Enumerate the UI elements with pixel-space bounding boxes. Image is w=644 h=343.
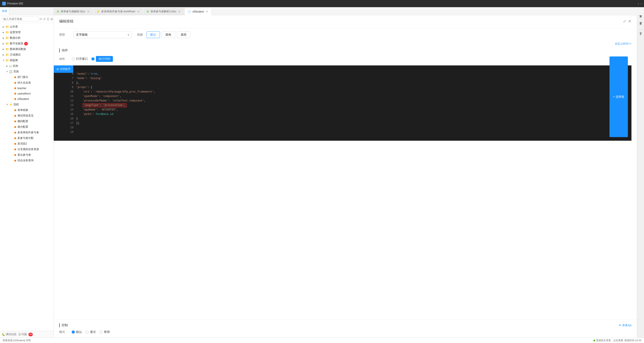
custom-style-link[interactable]: 自定义样式>> xyxy=(59,42,632,46)
expand-btn[interactable]: ⤢ xyxy=(623,19,626,24)
folder-icon: 📁 xyxy=(6,31,9,34)
open-window-label: 打开窗口 xyxy=(76,57,88,61)
tree-item-entity[interactable]: ▶ 🗂 实体 xyxy=(0,63,54,69)
tree-item-data-analysis[interactable]: ▶ 📁 数据分析 xyxy=(0,35,54,41)
workflow-icon: ⚡ xyxy=(9,103,12,106)
side-divider-2 xyxy=(638,30,643,30)
action-section: 动作 动作 打开窗口 执行代码 xyxy=(59,48,632,62)
resource-tab-label: 资源 xyxy=(2,9,7,13)
mode-show-label: 显示 xyxy=(90,330,96,334)
tree-item-workflow[interactable]: ▼ ⚡ 流程 xyxy=(0,102,54,107)
tree-item-form-verify[interactable]: ▶ 表单校验 xyxy=(0,107,54,113)
tree-item-digital-lab[interactable]: ▶ 📁 数字实验室 1 xyxy=(0,41,54,46)
mode-default-radio[interactable]: 默认 xyxy=(72,330,82,334)
tree-item-send-msg[interactable]: ▶ 发消息2 xyxy=(0,141,54,146)
tree-item-page[interactable]: ▼ 📋 页面 xyxy=(0,69,54,74)
tab-3-close[interactable]: ✕ xyxy=(178,10,181,14)
mode-default-circle xyxy=(72,330,75,334)
app-title: Primeton-IDE xyxy=(7,2,23,5)
style-rounded-btn[interactable]: 圆角 xyxy=(162,31,175,38)
panel-title-text: 编辑按钮 xyxy=(59,19,74,24)
sidebar-tabs: 资源 xyxy=(0,7,54,15)
mode-disable-radio[interactable]: 禁用 xyxy=(100,330,110,334)
tree-label: 流程 xyxy=(14,102,19,106)
tree-label: 图表测试数据 xyxy=(10,47,26,51)
issues-btn[interactable]: ☰ 问题 64 xyxy=(18,332,33,336)
sidebar-search-bar: ⟳ ↺ ☰ ⊞ xyxy=(0,15,54,23)
tree-item-teacher[interactable]: ▶ teacher xyxy=(0,86,54,91)
control-title-text: 控制 xyxy=(62,323,68,327)
code-assist-toolbar: ⚙ 代码助手 xyxy=(54,66,73,73)
tree-label: 数据分析 xyxy=(10,36,20,40)
search-input[interactable] xyxy=(2,16,38,22)
tree-item-composite[interactable]: ▶ 复合参与者 xyxy=(0,152,54,158)
select-value-btn[interactable]: + 选择值 xyxy=(610,56,628,137)
view-api-label: 查看Api xyxy=(622,324,632,327)
tab-1-icon: ⚙ xyxy=(57,10,59,13)
type-select[interactable]: 文字按钮 ▾ xyxy=(74,31,132,38)
page-icon: 📋 xyxy=(9,70,12,73)
tree-item-userwlform[interactable]: ▶ userwlform xyxy=(0,91,54,96)
style-default-btn[interactable]: 默认 xyxy=(146,31,160,38)
tab-2-close[interactable]: ✕ xyxy=(137,10,140,14)
open-window-radio-circle xyxy=(72,57,75,60)
tree-label: 数字实验室 xyxy=(10,42,23,46)
tree-item-rollback[interactable]: ▶ 撤回配置 xyxy=(0,118,54,124)
panel-title-row: 编辑按钮 ⤢ ✕ xyxy=(59,19,632,24)
status-bar: 查看资源 [xfStudent] 详情 资源发生变更，点击查看. 检查时间:16… xyxy=(0,338,644,343)
tree-item-dept-display[interactable]: ▶ 部门展示 xyxy=(0,74,54,80)
status-left-text: 查看资源 [xfStudent] 详情 xyxy=(3,339,594,342)
status-right[interactable]: 资源发生变更，点击查看. 检查时间:16:34 xyxy=(594,339,641,342)
tree-item-multi-assign[interactable]: ▶ 多参与者分配 xyxy=(0,135,54,141)
naming-group[interactable]: 命名§ xyxy=(639,32,642,38)
solution-service-group[interactable]: 方案服务 xyxy=(639,24,642,28)
tree-item-shanyanjun[interactable]: ▶ 📁 山羊君 xyxy=(0,24,54,30)
sidebar-tab-resource[interactable]: 资源 xyxy=(0,7,9,15)
view-api-link[interactable]: 👁 查看Api xyxy=(619,324,632,327)
nav-prev-btn[interactable]: ‹ xyxy=(638,2,639,6)
tree-item-chifanzhou[interactable]: ▼ 📁 稻饭粥 xyxy=(0,58,54,63)
debug-info-btn[interactable]: 🐛 调试信息 xyxy=(2,332,16,336)
tree-item-multi-form[interactable]: ▶ 多表单组件参与者 xyxy=(0,130,54,135)
refresh-icon[interactable]: ⟳ xyxy=(40,17,42,21)
tree-item-xfstudent[interactable]: ▶ xfStudent xyxy=(0,96,54,102)
tree-item-test-review[interactable]: ▶ 测试审批意见 xyxy=(0,113,54,118)
nav-next-btn[interactable]: › xyxy=(641,2,642,6)
page-dot-icon xyxy=(14,120,16,122)
app-icon xyxy=(2,2,6,6)
type-select-value: 文字按钮 xyxy=(76,33,88,37)
open-window-radio[interactable]: 打开窗口 xyxy=(72,57,88,61)
tab-1-close[interactable]: ✕ xyxy=(86,10,90,14)
code-editor[interactable]: 6'modal': true, 7'mode': 'dialog' 8}, 9'… xyxy=(54,66,632,141)
folder-icon: 📁 xyxy=(6,48,9,51)
reload-icon[interactable]: ↺ xyxy=(43,17,46,21)
tab-4[interactable]: 📄 xfStudent ✕ xyxy=(184,8,212,15)
mode-show-radio[interactable]: 显示 xyxy=(86,330,96,334)
control-title-row: 控制 👁 查看Api xyxy=(59,323,632,327)
tab-4-close[interactable]: ✕ xyxy=(205,10,209,14)
tree-label: 多参与者分配 xyxy=(18,136,34,140)
tree-item-wangce[interactable]: ▶ 📁 王域测试 xyxy=(0,52,54,58)
solution-service-label: 方案服务 xyxy=(639,25,642,27)
tab-1[interactable]: ⚙ 表单参与者解析.bizx ✕ xyxy=(54,8,93,15)
offline-resource-group[interactable]: 离线资源 xyxy=(639,17,642,20)
style-label: 风格 xyxy=(137,33,143,37)
tab-2[interactable]: ⚡ 多表单组件参与者.workflowx ✕ xyxy=(94,8,143,15)
main-layout: 资源 ⟳ ↺ ☰ ⊞ ▶ 📁 山羊君 ▶ 📁 设置管理 xyxy=(0,7,644,338)
tree-item-urge[interactable]: ▶ 催办配置 xyxy=(0,124,54,130)
tree-item-graph-test[interactable]: ▶ 📁 图表测试数据 xyxy=(0,46,54,52)
eye-icon: 👁 xyxy=(619,324,622,327)
execute-code-radio[interactable]: 执行代码 xyxy=(92,56,113,62)
tree-item-end-query[interactable]: ▶ 结合业务查询 xyxy=(0,158,54,163)
tree-item-branch-rule[interactable]: ▶ 分支规则业务资源 xyxy=(0,146,54,152)
code-assist-btn[interactable]: ⚙ 代码助手 xyxy=(54,66,73,73)
tab-3[interactable]: ⚙ 表单参与者解析1.bizx ✕ xyxy=(144,8,184,15)
grid-icon[interactable]: ⊞ xyxy=(50,17,53,21)
expand-icon: ▶ xyxy=(2,31,6,34)
list-icon[interactable]: ☰ xyxy=(46,17,50,21)
tree-item-persist-entity[interactable]: ▶ 持久化实体 xyxy=(0,80,54,86)
tab-4-icon: 📄 xyxy=(188,10,191,14)
close-btn[interactable]: ✕ xyxy=(628,19,632,24)
style-circle-btn[interactable]: 圆形 xyxy=(177,31,190,38)
tree-item-settings[interactable]: ▶ 📁 设置管理 xyxy=(0,30,54,35)
